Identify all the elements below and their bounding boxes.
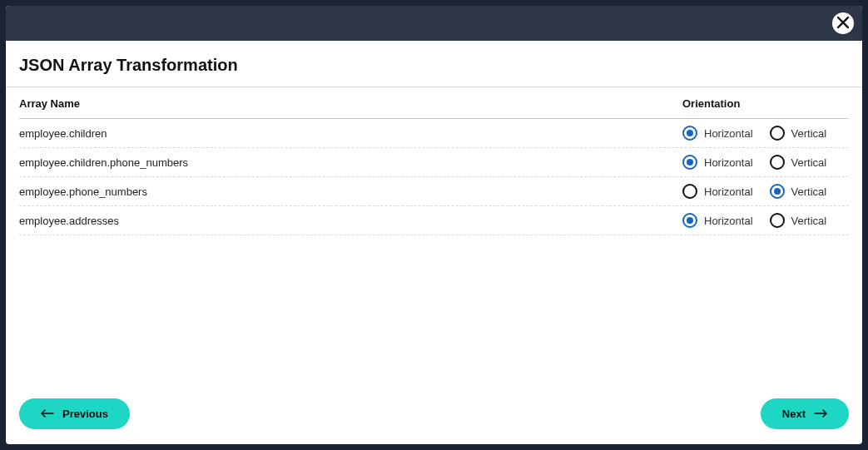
orientation-cell: HorizontalVertical bbox=[682, 213, 849, 228]
radio-icon bbox=[682, 213, 697, 228]
radio-icon bbox=[770, 213, 785, 228]
radio-label: Horizontal bbox=[704, 127, 753, 140]
radio-icon bbox=[770, 155, 785, 170]
radio-label: Vertical bbox=[791, 185, 827, 198]
next-button[interactable]: Next bbox=[761, 398, 849, 429]
array-name-cell: employee.addresses bbox=[19, 215, 682, 227]
table-row: employee.phone_numbersHorizontalVertical bbox=[19, 177, 849, 206]
table-row: employee.children.phone_numbersHorizonta… bbox=[19, 148, 849, 177]
modal-footer: Previous Next bbox=[6, 383, 862, 444]
table-row: employee.childrenHorizontalVertical bbox=[19, 119, 849, 148]
radio-dot-icon bbox=[687, 217, 693, 224]
previous-button[interactable]: Previous bbox=[19, 398, 130, 429]
orientation-cell: HorizontalVertical bbox=[682, 126, 849, 141]
previous-button-label: Previous bbox=[62, 408, 108, 420]
radio-option-horizontal[interactable]: Horizontal bbox=[682, 213, 753, 228]
radio-label: Vertical bbox=[791, 127, 827, 140]
radio-label: Horizontal bbox=[704, 185, 753, 198]
radio-dot-icon bbox=[774, 188, 781, 195]
radio-option-horizontal[interactable]: Horizontal bbox=[682, 184, 753, 199]
radio-icon bbox=[770, 184, 785, 199]
radio-icon bbox=[770, 126, 785, 141]
table-body: employee.childrenHorizontalVerticalemplo… bbox=[19, 119, 849, 235]
radio-option-vertical[interactable]: Vertical bbox=[770, 155, 827, 170]
modal-title: JSON Array Transformation bbox=[19, 56, 849, 75]
column-header-array-name: Array Name bbox=[19, 97, 682, 110]
radio-icon bbox=[682, 184, 697, 199]
radio-option-vertical[interactable]: Vertical bbox=[770, 184, 827, 199]
array-name-cell: employee.children bbox=[19, 127, 682, 140]
array-name-cell: employee.children.phone_numbers bbox=[19, 156, 682, 169]
radio-dot-icon bbox=[687, 130, 693, 136]
next-button-label: Next bbox=[782, 408, 806, 420]
radio-option-horizontal[interactable]: Horizontal bbox=[682, 155, 753, 170]
orientation-cell: HorizontalVertical bbox=[682, 184, 849, 199]
table-row: employee.addressesHorizontalVertical bbox=[19, 206, 849, 235]
close-button[interactable] bbox=[832, 12, 854, 34]
array-name-cell: employee.phone_numbers bbox=[19, 185, 682, 198]
modal-title-section: JSON Array Transformation bbox=[6, 41, 862, 87]
radio-option-vertical[interactable]: Vertical bbox=[770, 213, 827, 228]
orientation-cell: HorizontalVertical bbox=[682, 155, 849, 170]
radio-label: Vertical bbox=[791, 215, 827, 227]
table-container: Array Name Orientation employee.children… bbox=[6, 87, 862, 383]
radio-label: Vertical bbox=[791, 156, 827, 169]
arrow-left-icon bbox=[41, 408, 54, 420]
radio-option-horizontal[interactable]: Horizontal bbox=[682, 126, 753, 141]
radio-label: Horizontal bbox=[704, 156, 753, 169]
radio-label: Horizontal bbox=[704, 215, 753, 227]
modal-dialog: JSON Array Transformation Array Name Ori… bbox=[6, 6, 862, 444]
radio-icon bbox=[682, 126, 697, 141]
radio-icon bbox=[682, 155, 697, 170]
close-icon bbox=[837, 17, 849, 31]
table-header: Array Name Orientation bbox=[19, 87, 849, 119]
modal-header-bar bbox=[6, 6, 862, 41]
arrow-right-icon bbox=[814, 408, 827, 420]
radio-dot-icon bbox=[687, 159, 693, 166]
column-header-orientation: Orientation bbox=[682, 97, 849, 110]
radio-option-vertical[interactable]: Vertical bbox=[770, 126, 827, 141]
